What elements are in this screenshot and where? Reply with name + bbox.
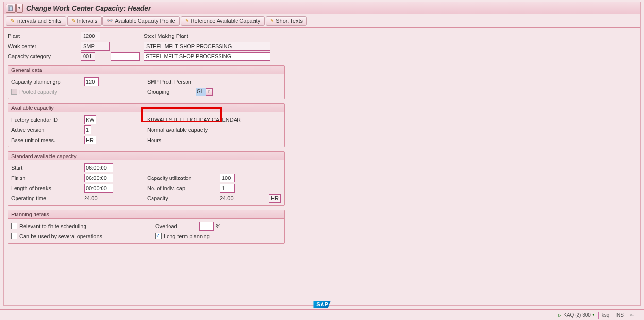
general-data-title: General data (8, 66, 284, 74)
page-title: Change Work Center Capacity: Header (26, 4, 151, 12)
start-label: Start (11, 165, 84, 171)
search-help-icon: ▯ (208, 89, 210, 94)
intervals-button[interactable]: ✎Intervals (67, 16, 102, 26)
status-mode: INS (615, 312, 624, 318)
plant-label: Plant (8, 33, 81, 39)
pencil-icon: ✎ (10, 18, 14, 23)
intervals-shifts-label: Intervals and Shifts (16, 18, 62, 24)
capacity-value: 24.00 (220, 196, 254, 201)
intervals-shifts-button[interactable]: ✎Intervals and Shifts (6, 16, 66, 26)
base-uom-input[interactable] (84, 136, 96, 144)
length-of-breaks-label: Length of breaks (11, 185, 84, 191)
svg-rect-1 (9, 7, 12, 11)
active-version-input[interactable] (84, 125, 91, 134)
finish-label: Finish (11, 175, 84, 181)
length-of-breaks-input[interactable] (84, 184, 113, 193)
available-capacity-title: Available capacity (8, 104, 284, 112)
work-center-label: Work center (8, 43, 81, 49)
work-center-value: SMP (81, 42, 110, 51)
capacity-category-extra-input[interactable] (111, 52, 140, 61)
capacity-category-label: Capacity category (8, 53, 81, 59)
page-icon (8, 5, 14, 11)
grouping-input[interactable] (196, 88, 206, 96)
plant-text: Steel Making Plant (144, 33, 188, 39)
status-layout-icon[interactable]: ⇤ (630, 312, 634, 318)
title-bar: ▾ Change Work Center Capacity: Header (4, 2, 640, 14)
capacity-category-text-input[interactable] (144, 52, 270, 61)
ref-avail-label: Reference Available Capacity (191, 18, 261, 24)
avail-profile-label: Available Capacity Profile (115, 18, 175, 24)
status-bar: ▷ KAQ (2) 300 ▼ ksq INS ⇤ (0, 309, 644, 320)
overload-suffix: % (216, 223, 220, 229)
plant-value: 1200 (81, 32, 100, 40)
planning-details-group: Planning details Relevant to finite sche… (8, 210, 285, 244)
sap-logo-text: SAP (313, 301, 331, 308)
short-texts-label: Short Texts (276, 18, 303, 24)
pencil-icon: ✎ (71, 18, 75, 23)
long-term-planning-checkbox[interactable] (155, 233, 162, 239)
capacity-planner-grp-label: Capacity planner grp (11, 79, 84, 85)
pencil-icon: ✎ (185, 18, 189, 23)
factory-calendar-text: KUWAIT STEEL HOLIDAY CALENDAR (147, 117, 241, 123)
title-icon-button-1[interactable] (6, 4, 16, 13)
work-center-text: STEEL MELT SHOP PROCESSING (144, 42, 270, 51)
app-window: ▾ Change Work Center Capacity: Header ✎I… (3, 2, 641, 306)
base-uom-label: Base unit of meas. (11, 137, 84, 143)
active-version-label: Active version (11, 127, 84, 133)
available-capacity-group: Available capacity Factory calendar ID K… (8, 103, 285, 147)
overload-input[interactable] (199, 222, 214, 231)
pencil-icon: ✎ (270, 18, 274, 23)
status-dropdown-icon[interactable]: ▼ (592, 313, 595, 317)
content-area: Plant 1200 Steel Making Plant Work cente… (4, 28, 640, 247)
title-dropdown-button[interactable]: ▾ (16, 4, 23, 13)
no-of-indiv-cap-label: No. of indiv. cap. (147, 185, 220, 191)
short-texts-button[interactable]: ✎Short Texts (266, 16, 307, 26)
capacity-category-value: 001 (81, 52, 95, 61)
several-operations-label: Can be used by several operations (19, 233, 155, 239)
status-user: ksq (602, 312, 610, 318)
reference-available-capacity-button[interactable]: ✎Reference Available Capacity (181, 16, 265, 26)
available-capacity-profile-button[interactable]: 👓Available Capacity Profile (102, 16, 180, 26)
status-indicator-icon: ▷ (558, 313, 561, 318)
pooled-capacity-label: Pooled capacity (19, 89, 57, 95)
pooled-capacity-checkbox (11, 89, 17, 95)
finite-scheduling-label: Relevant to finite scheduling (19, 223, 155, 229)
finish-input[interactable] (84, 174, 113, 182)
planning-details-title: Planning details (8, 210, 284, 219)
status-system: KAQ (2) 300 (563, 312, 591, 318)
base-uom-text: Hours (147, 137, 161, 143)
no-of-indiv-cap-input[interactable] (220, 184, 235, 193)
glasses-icon: 👓 (107, 18, 113, 23)
capacity-planner-grp-text: SMP Prod. Person (147, 79, 191, 85)
factory-calendar-input[interactable] (84, 115, 96, 124)
several-operations-checkbox[interactable] (11, 233, 17, 239)
toolbar: ✎Intervals and Shifts ✎Intervals 👓Availa… (4, 14, 640, 28)
standard-capacity-title: Standard available capacity (8, 152, 284, 160)
active-version-text: Normal available capacity (147, 127, 208, 133)
finite-scheduling-checkbox[interactable] (11, 223, 17, 229)
overload-label: Overload (155, 223, 199, 229)
long-term-planning-label: Long-term planning (164, 233, 210, 239)
capacity-utilization-input[interactable] (220, 174, 235, 182)
capacity-label: Capacity (147, 196, 220, 201)
capacity-unit: HR (269, 194, 281, 203)
sap-logo: SAP (313, 301, 331, 308)
capacity-utilization-label: Capacity utilization (147, 175, 220, 181)
standard-capacity-group: Standard available capacity Start Finish… (8, 151, 285, 206)
operating-time-value: 24.00 (84, 196, 113, 201)
grouping-f4-help-button[interactable]: ▯ (206, 88, 213, 96)
dropdown-arrow-icon: ▾ (18, 6, 20, 10)
intervals-label: Intervals (77, 18, 98, 24)
operating-time-label: Operating time (11, 196, 84, 201)
factory-calendar-label: Factory calendar ID (11, 117, 84, 123)
capacity-planner-grp-input[interactable] (84, 77, 99, 86)
grouping-label: Grouping (147, 89, 196, 95)
start-input[interactable] (84, 163, 113, 172)
general-data-group: General data Capacity planner grp SMP Pr… (8, 65, 285, 99)
